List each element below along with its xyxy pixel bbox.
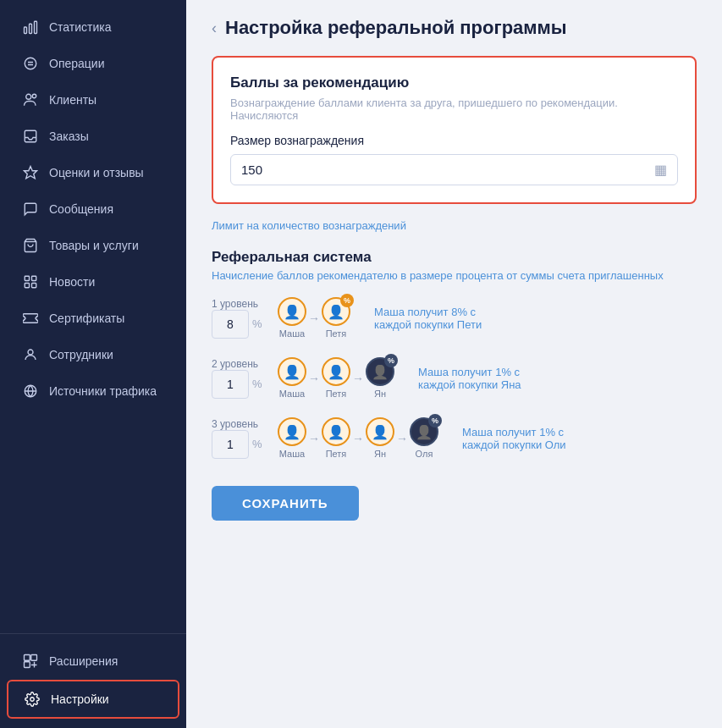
svg-rect-1 — [30, 24, 32, 33]
arrow-3a: → — [306, 432, 322, 445]
chat-icon — [22, 201, 39, 218]
avatar-name: Ян — [374, 389, 386, 399]
avatar-name: Ян — [374, 449, 386, 459]
level-1-row: 1 уровень 8 % 👤 Маша → 👤 — [212, 297, 697, 339]
sidebar-item-label: Товары и услуги — [49, 239, 139, 252]
avatar-name: Маша — [279, 328, 305, 339]
sidebar-item-label: Статистика — [49, 20, 112, 34]
extensions-icon — [22, 653, 39, 670]
avatar-name: Оля — [416, 449, 433, 459]
user-icon: 👤 — [328, 424, 344, 440]
avatar-name: Маша — [279, 389, 305, 399]
swap-icon — [22, 55, 39, 72]
sidebar-item-label: Источники трафика — [49, 384, 157, 398]
sidebar-item-label: Клиенты — [49, 93, 96, 107]
chart-icon — [22, 19, 39, 36]
arrow-3b: → — [350, 432, 366, 445]
svg-rect-15 — [25, 655, 30, 661]
sidebar-item-news[interactable]: Новости — [7, 264, 179, 300]
user-icon: 👤 — [284, 424, 300, 440]
sidebar-nav: Статистика Операции Клиенты Заказы Оценк… — [0, 0, 186, 633]
sidebar-item-settings[interactable]: Настройки — [7, 680, 179, 719]
globe-icon — [22, 383, 39, 400]
inbox-icon — [22, 128, 39, 145]
sidebar-item-certificates[interactable]: Сертификаты — [7, 301, 179, 336]
save-button[interactable]: СОХРАНИТЬ — [212, 486, 359, 521]
reward-input[interactable]: 150 ▦ — [230, 154, 678, 185]
percent-badge: % — [340, 294, 354, 307]
level-3-percent: % — [252, 438, 262, 450]
svg-point-18 — [30, 698, 35, 702]
avatar-petya-3: 👤 Петя — [322, 417, 350, 459]
level-3-input[interactable]: 1 — [212, 430, 249, 459]
arrow-2b: → — [350, 372, 366, 385]
referral-section: Реферальная система Начисление баллов ре… — [212, 249, 697, 459]
page-header: ‹ Настройка реферальной программы — [212, 17, 697, 39]
svg-point-4 — [26, 94, 31, 99]
referral-desc: Начисление баллов рекомендателю в размер… — [212, 269, 697, 282]
sidebar-item-label: Заказы — [49, 130, 89, 143]
svg-rect-11 — [25, 284, 29, 288]
sidebar-item-reviews[interactable]: Оценки и отзывы — [7, 155, 179, 190]
sidebar-item-label: Новости — [49, 275, 95, 289]
sidebar-item-label: Расширения — [49, 654, 118, 668]
svg-point-13 — [28, 350, 33, 355]
user-icon: 👤 — [372, 424, 389, 440]
svg-marker-7 — [25, 167, 37, 179]
sidebar-item-label: Сертификаты — [49, 312, 124, 325]
sidebar-bottom: Расширения Настройки — [0, 633, 186, 728]
avatar-circle: 👤 — [322, 357, 350, 386]
arrow-3c: → — [394, 432, 410, 445]
ticket-icon — [22, 310, 39, 327]
user-icon: 👤 — [284, 304, 300, 320]
person-icon — [22, 346, 39, 363]
reward-input-value: 150 — [241, 163, 262, 177]
limit-link[interactable]: Лимит на количество вознаграждений — [212, 219, 406, 232]
input-icon: ▦ — [654, 162, 667, 178]
sidebar-item-label: Сообщения — [49, 202, 113, 216]
grid-icon — [22, 273, 39, 290]
sidebar-item-messages[interactable]: Сообщения — [7, 191, 179, 227]
sidebar-item-traffic[interactable]: Источники трафика — [7, 373, 179, 409]
avatar-circle: 👤 — [366, 417, 394, 446]
sidebar-item-clients[interactable]: Клиенты — [7, 82, 179, 118]
level-2-input-wrap: 1 % — [212, 370, 262, 399]
sidebar-item-orders[interactable]: Заказы — [7, 119, 179, 154]
reward-card-title: Баллы за рекомендацию — [230, 74, 678, 91]
level-2-avatars: 👤 Маша → 👤 Петя → 👤 % Ян — [278, 357, 394, 399]
star-icon — [22, 164, 39, 181]
svg-rect-2 — [35, 21, 37, 33]
avatar-name: Маша — [279, 449, 305, 459]
referral-title: Реферальная система — [212, 249, 697, 266]
page-title: Настройка реферальной программы — [225, 17, 567, 39]
svg-rect-9 — [25, 276, 29, 280]
level-1-input[interactable]: 8 — [212, 310, 249, 339]
level-2-input[interactable]: 1 — [212, 370, 249, 399]
reward-card: Баллы за рекомендацию Вознаграждение бал… — [212, 56, 697, 204]
settings-icon — [24, 691, 41, 708]
reward-card-desc: Вознаграждение баллами клиента за друга,… — [230, 97, 678, 122]
avatar-yan: 👤 % Ян — [366, 357, 394, 399]
sidebar-item-extensions[interactable]: Расширения — [7, 643, 179, 679]
sidebar-item-statistics[interactable]: Статистика — [7, 9, 179, 45]
sidebar-item-operations[interactable]: Операции — [7, 46, 179, 81]
user-icon: 👤 — [416, 424, 433, 440]
avatar-name: Петя — [326, 328, 347, 339]
avatar-masha-1: 👤 Маша — [278, 297, 306, 339]
level-1-desc: Маша получит 8% с каждой покупки Пети — [374, 306, 510, 331]
avatar-name: Петя — [326, 449, 347, 459]
avatar-circle: 👤 — [278, 297, 306, 326]
users-icon — [22, 91, 39, 108]
bag-icon — [22, 237, 39, 254]
level-1-input-wrap: 8 % — [212, 310, 262, 339]
sidebar-item-label: Сотрудники — [49, 348, 113, 361]
sidebar-item-products[interactable]: Товары и услуги — [7, 228, 179, 263]
level-1-label: 1 уровень — [212, 298, 262, 310]
sidebar-item-staff[interactable]: Сотрудники — [7, 337, 179, 372]
level-3-input-wrap: 1 % — [212, 430, 262, 459]
avatar-yan-3: 👤 Ян — [366, 417, 394, 459]
user-icon: 👤 — [328, 304, 344, 320]
back-button[interactable]: ‹ — [212, 19, 217, 37]
level-3-label: 3 уровень — [212, 418, 262, 430]
sidebar-item-label: Операции — [49, 57, 105, 70]
